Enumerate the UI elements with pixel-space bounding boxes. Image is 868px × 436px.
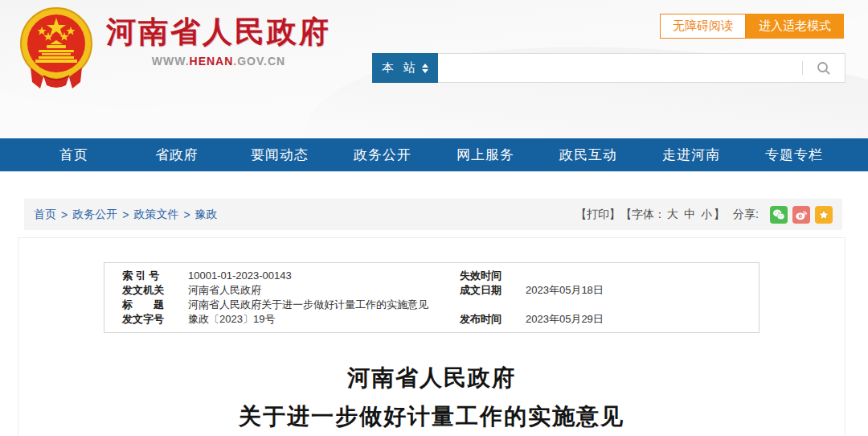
breadcrumb-home[interactable]: 首页 (34, 208, 56, 222)
search-bar: 本 站 (372, 53, 845, 83)
document-metadata-table: 索 引 号 10001-01-2023-00143 失效时间 发文机关 河南省人… (104, 262, 760, 333)
page-tools: 【打印】 【字体： 大 中 小 】 分享: (575, 206, 833, 224)
search-input[interactable] (438, 54, 802, 82)
elder-mode-button[interactable]: 进入适老模式 (746, 14, 844, 39)
doc-title-value: 河南省人民政府关于进一步做好计量工作的实施意见 (188, 298, 741, 312)
expiry-date-label: 失效时间 (460, 269, 513, 283)
written-date-value: 2023年05月18日 (526, 283, 741, 298)
doc-title-label: 标 题 (122, 298, 175, 312)
breadcrumb-bar: 首页 > 政务公开 > 政策文件 > 豫政 【打印】 【字体： 大 中 小 】 … (24, 199, 842, 230)
share-weibo-button[interactable] (792, 206, 810, 224)
doc-number-value: 豫政〔2023〕19号 (188, 312, 447, 327)
chevron-updown-icon (422, 64, 428, 73)
nav-item-provincial-government[interactable]: 省政府 (125, 146, 228, 164)
print-button[interactable]: 【打印】 (575, 208, 620, 222)
metadata-row-issuer: 发文机关 河南省人民政府 成文日期 2023年05月18日 (122, 283, 741, 298)
star-icon (817, 208, 830, 221)
metadata-row-number: 发文字号 豫政〔2023〕19号 发布时间 2023年05月29日 (122, 312, 741, 327)
search-scope-label: 本 站 (382, 60, 419, 76)
document-title-line2: 关于进一步做好计量工作的实施意见 (18, 397, 845, 436)
document-title-line1: 河南省人民政府 (18, 359, 845, 397)
expiry-date-value (526, 269, 741, 283)
accessibility-reading-button[interactable]: 无障碍阅读 (660, 14, 746, 39)
site-title-block: 河南省人民政府 WWW.HENAN.GOV.CN (106, 5, 331, 68)
font-size-small[interactable]: 小 (701, 208, 712, 222)
search-scope-select[interactable]: 本 站 (372, 53, 438, 83)
document-title: 河南省人民政府 关于进一步做好计量工作的实施意见 (18, 359, 845, 436)
font-size-options: 大 中 小 (667, 208, 712, 222)
issuing-agency-label: 发文机关 (122, 283, 175, 298)
breadcrumb-separator: > (183, 208, 190, 221)
document-content-panel: 索 引 号 10001-01-2023-00143 失效时间 发文机关 河南省人… (18, 237, 845, 436)
breadcrumb-policy-files[interactable]: 政策文件 (133, 208, 178, 222)
font-size-label-close: 】 (714, 208, 725, 222)
font-size-large[interactable]: 大 (667, 208, 678, 222)
site-url: WWW.HENAN.GOV.CN (106, 55, 331, 68)
breadcrumb: 首页 > 政务公开 > 政策文件 > 豫政 (34, 208, 218, 222)
site-logo[interactable]: 河南省人民政府 WWW.HENAN.GOV.CN (14, 5, 331, 92)
nav-item-online-services[interactable]: 网上服务 (434, 146, 537, 164)
nav-item-public-interaction[interactable]: 政民互动 (537, 146, 640, 164)
publish-date-value: 2023年05月29日 (526, 312, 741, 327)
site-title[interactable]: 河南省人民政府 (106, 14, 331, 50)
share-label: 分享: (733, 208, 759, 222)
metadata-row-index: 索 引 号 10001-01-2023-00143 失效时间 (122, 269, 741, 283)
written-date-label: 成文日期 (460, 283, 513, 298)
font-size-medium[interactable]: 中 (684, 208, 695, 222)
national-emblem-icon (14, 5, 98, 92)
breadcrumb-yuzheng[interactable]: 豫政 (195, 208, 218, 222)
url-prefix: WWW. (152, 55, 190, 68)
site-header: 河南省人民政府 WWW.HENAN.GOV.CN 无障碍阅读 进入适老模式 本 … (0, 0, 868, 138)
url-suffix: .GOV.CN (233, 55, 285, 68)
url-highlight: HENAN (190, 55, 234, 68)
issuing-agency-value: 河南省人民政府 (188, 283, 447, 298)
breadcrumb-separator: > (61, 208, 68, 221)
nav-item-home[interactable]: 首页 (23, 146, 125, 164)
page: 河南省人民政府 WWW.HENAN.GOV.CN 无障碍阅读 进入适老模式 本 … (0, 0, 868, 436)
search-button[interactable] (803, 54, 845, 82)
main-navigation: 首页 省政府 要闻动态 政务公开 网上服务 政民互动 走进河南 专题专栏 (0, 138, 868, 171)
index-number-label: 索 引 号 (122, 269, 175, 283)
share-favorite-button[interactable] (815, 206, 833, 224)
publish-date-label: 发布时间 (460, 312, 513, 327)
search-icon (817, 61, 831, 76)
breadcrumb-gov-affairs[interactable]: 政务公开 (72, 208, 117, 222)
share-wechat-button[interactable] (770, 206, 788, 224)
wechat-icon (772, 208, 785, 221)
header-action-buttons: 无障碍阅读 进入适老模式 (660, 14, 844, 39)
breadcrumb-separator: > (122, 208, 129, 221)
weibo-icon (795, 208, 808, 221)
nav-item-news[interactable]: 要闻动态 (228, 146, 331, 164)
index-number-value: 10001-01-2023-00143 (188, 269, 447, 283)
nav-item-government-affairs[interactable]: 政务公开 (331, 146, 434, 164)
nav-item-special-topics[interactable]: 专题专栏 (743, 146, 845, 164)
metadata-row-title: 标 题 河南省人民政府关于进一步做好计量工作的实施意见 (122, 298, 741, 312)
nav-item-about-henan[interactable]: 走进河南 (640, 146, 743, 164)
doc-number-label: 发文字号 (122, 312, 175, 327)
font-size-label: 【字体： (620, 208, 665, 222)
